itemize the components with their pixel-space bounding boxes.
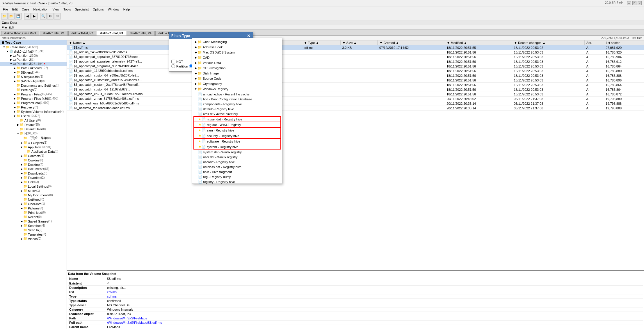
toggle-videos[interactable]: ▶ xyxy=(20,237,23,240)
minimize-button[interactable]: ─ xyxy=(627,1,631,5)
reg-item-system[interactable]: ★ 📄 system - Registry hive xyxy=(193,144,281,150)
tree-favorites[interactable]: ▶ 📁 Favorites (2) xyxy=(0,175,67,180)
tab-p3[interactable]: disk0-c1l-flat, P3 xyxy=(97,31,126,35)
table-row[interactable]: 📄$$_bcastdvr_fab1ebc0dbf2dacb.cdf-ms 20/… xyxy=(67,106,644,111)
toggle-case-root[interactable]: ▼ xyxy=(2,46,6,49)
tree-videos[interactable]: ▶ 📁 Videos (0) xyxy=(0,236,67,241)
table-row[interactable]: 📄$$_appcompat_appraiser_telemetry_94274e… xyxy=(67,59,644,64)
tree-programdata[interactable]: ▶ 📁 ProgramData (1,699) xyxy=(0,101,67,105)
save-button[interactable]: 💾 xyxy=(15,13,22,19)
reg-item-disk-image[interactable]: ▶ 📁 Disk Image xyxy=(193,71,281,76)
toggle-contacts[interactable]: ▶ xyxy=(20,154,23,157)
table-row[interactable]: 📄$$_appcompat_programs_99c7f419bd54f4ca.… xyxy=(67,64,644,69)
col-type[interactable]: ▼ Type ▲ xyxy=(302,40,340,45)
menu-options[interactable]: Options xyxy=(91,6,106,12)
reg-item-amcache[interactable]: 📄 amcache.hve - Recent file cache xyxy=(193,92,281,97)
table-row[interactable]: 📄$$.cdf-ms existing, already viewed cdf-… xyxy=(67,45,644,50)
reg-item-various[interactable]: ▶ 📁 Various Data xyxy=(193,60,281,65)
tree-winreagent[interactable]: ▶ 📁 $WinREAgent (0) xyxy=(0,79,67,83)
edit-menu-small[interactable]: Edit xyxy=(9,26,14,29)
tree-documents[interactable]: ▶ 📁 Documents (67) xyxy=(0,167,67,171)
registry-tree[interactable]: ▶ 📁 Chat, Messaging ▶ 📁 Address Book ▶ 📁… xyxy=(192,38,282,184)
tree-case-root[interactable]: ▼ 📁 Case Root (231,536) xyxy=(0,45,67,49)
tree-users[interactable]: ▼ 📁 Users (10,372) xyxy=(0,114,67,118)
refresh-button[interactable]: ↻ xyxy=(54,13,61,19)
col-record-changed[interactable]: ▼ Record changed ▲ xyxy=(512,40,584,45)
toggle-pf86[interactable]: ▶ xyxy=(13,97,16,100)
toggle-svi[interactable]: ▶ xyxy=(13,110,16,113)
back-button[interactable]: ◀ xyxy=(24,13,31,19)
open-button[interactable]: 📂 xyxy=(8,13,15,19)
reg-item-sam[interactable]: ★ 📄 sam - Registry hive xyxy=(193,127,281,133)
tree-svi[interactable]: ▶ 📁 System Volume Information (4) xyxy=(0,109,67,114)
tree-onedrive[interactable]: ▶ 📁 OneDrive (1) xyxy=(0,202,67,206)
reg-item-bcd[interactable]: 📄 bcd - Boot Configuration Database xyxy=(193,97,281,102)
toggle-music[interactable]: ▶ xyxy=(20,189,23,192)
tree-templates[interactable]: 📁 Templates (0) xyxy=(0,232,67,236)
menu-window[interactable]: Window xyxy=(106,6,121,12)
not-checkbox[interactable] xyxy=(171,60,175,63)
reg-item-source[interactable]: ▶ 📁 Source Code xyxy=(193,76,281,81)
tree-default[interactable]: ▶ 📁 Default (55) xyxy=(0,122,67,127)
tree-recycle[interactable]: ▶ 📁 $Recycle.Bin (3) xyxy=(0,74,67,79)
toggle-documents[interactable]: ▶ xyxy=(20,168,23,170)
tree-saved-games[interactable]: ▶ 📁 Saved Games (1) xyxy=(0,219,67,223)
forward-button[interactable]: ▶ xyxy=(31,13,38,19)
tree-perflogs[interactable]: 📁 PerfLogs (0) xyxy=(0,88,67,92)
file-menu-small[interactable]: File xyxy=(2,26,7,29)
toggle-favorites[interactable]: ▶ xyxy=(20,176,23,179)
reg-item-software[interactable]: ★ 📄 software - Registry hive xyxy=(193,138,281,144)
tree-extend[interactable]: ▶ 📁 $Extend (544) xyxy=(0,70,67,74)
col-attr[interactable]: Attr. xyxy=(584,40,604,45)
col-size[interactable]: ▼ Size ▲ xyxy=(340,40,378,45)
tree-disk0[interactable]: ▼ 💿 disk0-c1l-flat (231,536) xyxy=(0,49,67,54)
tree-my-documents[interactable]: 📁 My Documents (0) xyxy=(0,193,67,197)
reg-item-crypto[interactable]: ▶ 📁 Cryptography xyxy=(193,81,281,86)
menu-view[interactable]: View xyxy=(51,6,61,12)
tree-partition3[interactable]: ▼ 🗂 Partition 3 (231,194) ► xyxy=(0,62,67,66)
tree-sendto[interactable]: 📁 SendTo (0) xyxy=(0,228,67,232)
table-row[interactable]: 📄$$_apppatch_customsdb_3bf1ff155493adb9.… xyxy=(67,78,644,83)
tree-searches[interactable]: ▶ 📁 Searches (4) xyxy=(0,223,67,228)
partition-radio[interactable] xyxy=(171,64,175,68)
reg-item-reg[interactable]: 📄 reg - Registry dump xyxy=(193,174,281,179)
toggle-pictures[interactable]: ▶ xyxy=(20,207,23,210)
toggle-desktop[interactable]: ▶ xyxy=(20,163,23,166)
table-row[interactable]: 📄$$_apppatch_1143992cbbbebcab.cdf-ms 18/… xyxy=(67,69,644,73)
toggle-path-unknown[interactable]: ▶ xyxy=(13,67,16,70)
toggle-3dobjects[interactable]: ▶ xyxy=(20,141,23,144)
tree-pf86[interactable]: ▶ 📁 Program Files (x86) (1,456) xyxy=(0,96,67,101)
toggle-program-files[interactable]: ▶ xyxy=(13,93,16,96)
tree-all-users[interactable]: 📁 All Users (0) xyxy=(0,118,67,122)
reg-item-default[interactable]: 📄 default - Registry hive xyxy=(193,106,281,111)
reg-item-chat[interactable]: ▶ 📁 Chat, Messaging xyxy=(193,39,281,45)
search-button[interactable]: 🔍 xyxy=(40,13,47,19)
filter-button[interactable]: ⚙ xyxy=(47,13,54,19)
tab-p4[interactable]: disk0-c1l-flat, P4 xyxy=(127,31,155,35)
toggle-disk0[interactable]: ▼ xyxy=(6,50,9,53)
toggle-p1[interactable]: ▶ xyxy=(9,54,13,57)
tree-default-user[interactable]: 📁 Default User (0) xyxy=(0,127,67,131)
toggle-h[interactable]: ▼ xyxy=(16,132,20,135)
toggle-default[interactable]: ▶ xyxy=(16,123,20,126)
tree-local-settings[interactable]: 📁 Local Settings (0) xyxy=(0,184,67,188)
reg-item-hbin[interactable]: 📄 hbin - Hive fragment xyxy=(193,169,281,174)
table-row[interactable]: 📄$$_apppatch_en-us_098dc872781aebb9.cdf-… xyxy=(67,92,644,97)
toggle-recovery[interactable]: ▶ xyxy=(13,106,16,109)
menu-navigation[interactable]: Navigation xyxy=(31,6,50,12)
menu-file[interactable]: File xyxy=(1,6,10,12)
filter-close-button[interactable]: ✕ xyxy=(247,33,250,38)
reg-item-ntuser[interactable]: ★ 📄 ntuser.dat - Registry hive xyxy=(193,116,281,122)
tab-case-root[interactable]: disk0-c1l-flat, Case Root xyxy=(1,31,39,35)
menu-edit[interactable]: Edit xyxy=(10,6,19,12)
menu-help[interactable]: Help xyxy=(122,6,132,12)
toggle-recycle[interactable]: ▶ xyxy=(13,75,16,78)
tree-path-unknown[interactable]: ▶ 📁 Path unknown (122) xyxy=(0,66,67,70)
reg-item-userdiff[interactable]: 📄 userdiff - Registry hive xyxy=(193,159,281,164)
reg-item-cad[interactable]: ▶ 📁 CAD xyxy=(193,55,281,60)
reg-item-userdat[interactable]: 📄 user.dat - Win9x registry xyxy=(193,154,281,159)
toggle-extend[interactable]: ▶ xyxy=(13,71,16,74)
table-row[interactable]: 📄$$_apppatch_custom64_e39bab3b20714e2...… xyxy=(67,73,644,78)
menu-specialist[interactable]: Specialist xyxy=(73,6,90,12)
toggle-p3[interactable]: ▼ xyxy=(9,62,13,65)
